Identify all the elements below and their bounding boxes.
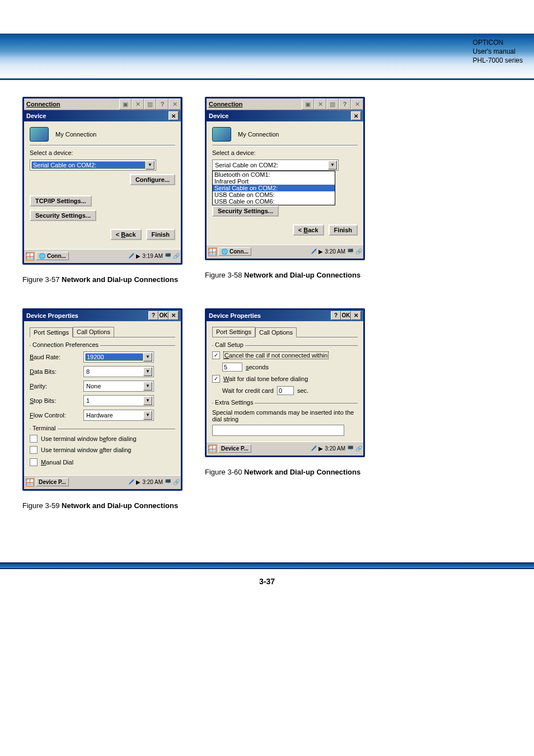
finish-button[interactable]: Finish xyxy=(146,229,175,240)
back-button[interactable]: < Back xyxy=(293,224,324,236)
tray-icon[interactable]: 🖊️ xyxy=(128,479,134,485)
tab-call-options[interactable]: Call Options xyxy=(73,327,114,337)
chevron-down-icon[interactable]: ▼ xyxy=(146,161,154,170)
my-connection-row[interactable]: My Connection xyxy=(30,127,175,142)
seconds-input[interactable] xyxy=(222,363,242,372)
tray-icon[interactable]: 🖊️ xyxy=(128,253,134,259)
chevron-down-icon[interactable]: ▼ xyxy=(143,367,152,376)
select-device-label: Select a device: xyxy=(212,149,256,156)
wait-credit-input[interactable] xyxy=(277,386,294,395)
help-icon[interactable]: ? xyxy=(156,98,168,110)
security-settings-button[interactable]: Security Settings... xyxy=(212,205,279,217)
tray-icon[interactable]: 🔗 xyxy=(355,445,362,452)
security-settings-button[interactable]: Security Settings... xyxy=(30,210,96,221)
chevron-down-icon[interactable]: ▼ xyxy=(143,353,152,361)
flow-control-combo[interactable]: Hardware ▼ xyxy=(83,410,154,421)
ok-button[interactable]: OK xyxy=(341,311,351,320)
checkbox-wait-dialtone[interactable]: ✓ xyxy=(212,375,220,383)
toolbar-icon[interactable]: ▣ xyxy=(119,98,132,110)
tray-icon[interactable]: 🖊️ xyxy=(310,248,317,255)
window-title: Connection xyxy=(207,100,302,109)
window-title: Connection xyxy=(24,100,119,109)
wait-credit-label: Wait for credit card xyxy=(222,387,274,394)
tray-icon[interactable]: ▶ xyxy=(318,445,323,452)
tray-icon[interactable]: 🖊️ xyxy=(310,445,317,452)
tcpip-settings-button[interactable]: TCP/IP Settings... xyxy=(30,195,92,206)
tray-icon[interactable]: 🖥️ xyxy=(165,479,171,485)
close-icon[interactable]: ✕ xyxy=(168,311,179,320)
help-icon[interactable]: ? xyxy=(331,311,341,320)
tray-icon[interactable]: 🔗 xyxy=(355,248,362,255)
tab-call-options[interactable]: Call Options xyxy=(255,327,297,337)
device-combo[interactable]: Serial Cable on COM2: ▼ xyxy=(30,159,156,171)
ok-button[interactable]: OK xyxy=(158,311,168,320)
checkbox-label: Wait for dial tone before dialing xyxy=(223,375,308,382)
finish-button[interactable]: Finish xyxy=(329,224,358,236)
taskbar-app-button[interactable]: 🌐 Conn... xyxy=(218,247,251,256)
taskbar: 🪟 Device P... 🖊️ ▶ 3:20 AM 🖥️ 🔗 xyxy=(24,475,181,489)
device-combo[interactable]: Serial Cable on COM2: ▼ xyxy=(212,159,339,171)
stop-bits-combo[interactable]: 1 ▼ xyxy=(83,395,154,406)
checkbox-manual-dial[interactable] xyxy=(30,458,38,466)
data-bits-combo[interactable]: 8 ▼ xyxy=(83,366,154,377)
tab-port-settings[interactable]: Port Settings xyxy=(30,327,73,337)
figure-60-block: Device Properties ? OK ✕ Port Settings C… xyxy=(205,308,365,512)
checkbox-label: Manual Dial xyxy=(41,459,73,466)
close-icon[interactable]: ✕ xyxy=(168,111,179,120)
toolbar-icon[interactable]: ✕ xyxy=(132,98,144,110)
close-icon[interactable]: ✕ xyxy=(351,311,361,320)
help-icon[interactable]: ? xyxy=(148,311,158,320)
close-icon[interactable]: ✕ xyxy=(351,98,363,110)
device-option[interactable]: Bluetooth on COM1: xyxy=(213,171,335,178)
chevron-down-icon[interactable]: ▼ xyxy=(328,161,337,170)
start-icon[interactable]: 🪟 xyxy=(25,252,35,261)
tray-icon[interactable]: 🖥️ xyxy=(347,248,354,255)
figure-60-caption: Figure 3-60 Network and Dial-up Connecti… xyxy=(205,466,365,478)
start-icon[interactable]: 🪟 xyxy=(208,444,217,453)
extra-settings-input[interactable] xyxy=(212,425,344,436)
start-icon[interactable]: 🪟 xyxy=(208,247,217,256)
taskbar-app-button[interactable]: Device P... xyxy=(36,478,69,486)
toolbar-icon[interactable]: ✕ xyxy=(314,98,326,110)
toolbar-icon[interactable]: ▣ xyxy=(302,98,314,110)
figure-58-block: Connection ▣ ✕ ▥ ? ✕ Device ✕ My Connect… xyxy=(205,97,365,286)
chevron-down-icon[interactable]: ▼ xyxy=(143,382,152,391)
titlebar-59: Device Properties ? OK ✕ xyxy=(24,310,181,321)
checkbox-after-dialing[interactable] xyxy=(30,446,38,454)
chevron-down-icon[interactable]: ▼ xyxy=(143,396,152,405)
tray-icon[interactable]: 🔗 xyxy=(173,253,180,259)
device-option[interactable]: USB Cable on COM6: xyxy=(213,198,335,205)
checkbox-cancel-call[interactable]: ✓ xyxy=(212,351,220,359)
device-bar: Device ✕ xyxy=(24,110,181,121)
tray-icon[interactable]: 🖥️ xyxy=(347,445,354,452)
configure-button[interactable]: Configure... xyxy=(130,174,175,185)
my-connection-label: My Connection xyxy=(238,131,279,138)
tray-icon[interactable]: ▶ xyxy=(136,479,140,485)
toolbar-icon[interactable]: ▥ xyxy=(144,98,156,110)
tray-icon[interactable]: 🔗 xyxy=(173,479,180,485)
close-icon[interactable]: ✕ xyxy=(351,111,361,120)
group-extra-settings: Extra Settings Special modem commands ma… xyxy=(212,403,358,436)
device-dropdown-list[interactable]: Bluetooth on COM1: Infrared Port Serial … xyxy=(212,171,335,205)
my-connection-row[interactable]: My Connection xyxy=(212,127,358,142)
tray-icon[interactable]: ▶ xyxy=(318,248,323,255)
taskbar-app-button[interactable]: Device P... xyxy=(218,444,251,453)
tray-icon[interactable]: ▶ xyxy=(136,253,140,259)
tab-port-settings[interactable]: Port Settings xyxy=(212,327,255,337)
tray-icon[interactable]: 🖥️ xyxy=(165,253,171,259)
chevron-down-icon[interactable]: ▼ xyxy=(143,411,152,420)
toolbar-icon[interactable]: ▥ xyxy=(326,98,339,110)
device-option[interactable]: USB Cable on COM5: xyxy=(213,191,335,198)
parity-combo[interactable]: None ▼ xyxy=(83,381,154,392)
start-icon[interactable]: 🪟 xyxy=(25,478,35,487)
data-bits-label: Data Bits: xyxy=(30,368,80,375)
close-icon[interactable]: ✕ xyxy=(168,98,181,110)
baud-rate-combo[interactable]: 19200 ▼ xyxy=(83,351,154,363)
taskbar-app-button[interactable]: 🌐 Conn... xyxy=(36,252,69,260)
device-option-selected[interactable]: Serial Cable on COM2: xyxy=(213,185,335,191)
help-icon[interactable]: ? xyxy=(339,98,351,110)
device-option[interactable]: Infrared Port xyxy=(213,178,335,185)
checkbox-before-dialing[interactable] xyxy=(30,435,38,443)
back-button[interactable]: < Back xyxy=(110,229,142,240)
page-number: 3-37 xyxy=(0,569,534,594)
